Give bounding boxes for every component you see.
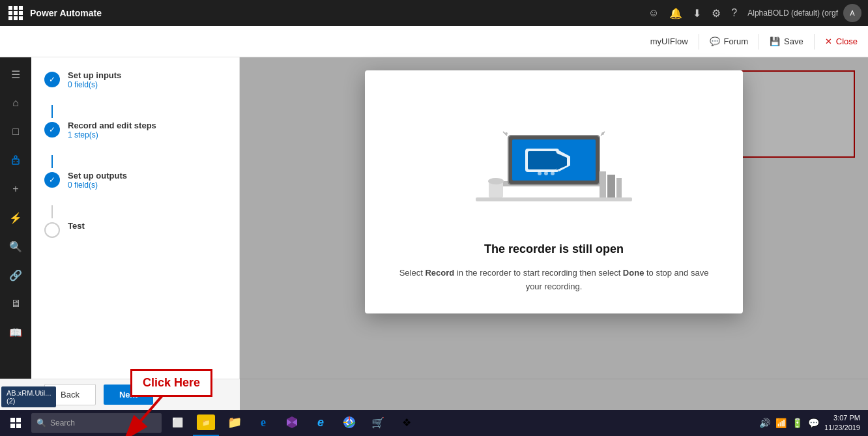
taskbar-clock[interactable]: 3:07 PM 11/23/2019 — [824, 413, 860, 433]
sidebar-add[interactable]: + — [4, 177, 27, 201]
step-connector-1 — [51, 105, 53, 118]
sidebar-robot[interactable] — [4, 149, 27, 172]
modal-desc-part1: Select — [399, 268, 426, 278]
step-item-1[interactable]: ✓ Set up inputs 0 field(s) — [44, 70, 226, 89]
bell-icon[interactable]: 🔔 — [669, 7, 682, 20]
step-connector-2 — [51, 155, 53, 168]
svg-rect-20 — [616, 178, 622, 197]
toolbar-divider-2 — [759, 34, 759, 50]
save-label: Save — [784, 36, 803, 46]
top-bar: Power Automate ☺ 🔔 ⬇ ⚙ ? AlphaBOLD (defa… — [0, 0, 868, 26]
step-circle-4 — [44, 222, 60, 238]
step-circle-1: ✓ — [44, 72, 60, 87]
step-title-4: Test — [68, 221, 226, 231]
modal-done-bold: Done — [623, 268, 644, 278]
svg-rect-27 — [16, 418, 21, 422]
close-icon: ✕ — [825, 36, 832, 46]
sidebar-connections[interactable]: 🔗 — [4, 263, 27, 287]
taskbar-notification-icon[interactable]: 💬 — [808, 418, 819, 428]
modal-illustration — [456, 96, 652, 227]
taskbar-file-explorer[interactable]: 📁 — [222, 410, 248, 436]
taskbar-ie[interactable]: e — [308, 410, 334, 436]
svg-rect-28 — [10, 424, 15, 428]
step-title-3: Set up outputs — [68, 171, 226, 181]
step-item-4[interactable]: Test — [44, 221, 226, 238]
svg-point-22 — [488, 178, 504, 184]
close-label: Close — [836, 36, 858, 46]
settings-icon[interactable]: ⚙ — [712, 7, 721, 20]
svg-rect-11 — [528, 151, 557, 169]
taskbar-date-display: 11/23/2019 — [824, 423, 860, 433]
sidebar-monitor[interactable]: 🖥 — [4, 292, 27, 315]
svg-point-4 — [17, 161, 18, 162]
sidebar-book[interactable]: 📖 — [4, 321, 27, 344]
forum-button[interactable]: 💬 Forum — [710, 36, 749, 46]
taskbar-chrome[interactable] — [336, 410, 362, 436]
sidebar-hamburger[interactable]: ☰ — [4, 63, 27, 86]
waffle-icon[interactable] — [7, 4, 25, 22]
step-circle-2: ✓ — [44, 122, 60, 138]
right-content: ...p to the first...ess. ...pp, so map..… — [240, 57, 868, 410]
step-content-4: Test — [68, 221, 226, 231]
svg-rect-19 — [607, 175, 615, 197]
taskbar-ab-xrm[interactable]: 📁 — [193, 410, 219, 436]
step-check-2: ✓ — [49, 125, 55, 134]
step-item-3[interactable]: ✓ Set up outputs 0 field(s) — [44, 171, 226, 190]
modal-record-bold: Record — [425, 268, 454, 278]
modal-body: The recorder is still open Select Record… — [365, 70, 743, 313]
main-area: ☰ ⌂ □ + ⚡ 🔍 🔗 🖥 📖 ✓ Set up inputs — [0, 57, 868, 410]
sidebar-search[interactable]: 🔍 — [4, 235, 27, 258]
svg-point-1 — [14, 156, 17, 158]
svg-point-15 — [551, 171, 555, 175]
svg-point-3 — [14, 161, 15, 162]
sidebar: ☰ ⌂ □ + ⚡ 🔍 🔗 🖥 📖 — [0, 57, 31, 410]
recorder-modal: The recorder is still open Select Record… — [365, 70, 743, 313]
forum-icon: 💬 — [710, 36, 720, 46]
user-avatar[interactable]: A — [843, 4, 861, 22]
modal-overlay: The recorder is still open Select Record… — [240, 57, 868, 410]
tooltip-text: AB.xRM.Util... (2) — [7, 389, 51, 405]
step-check-1: ✓ — [49, 75, 55, 84]
taskbar-right-section: 🔊 📶 🔋 💬 3:07 PM 11/23/2019 — [759, 413, 865, 433]
taskbar-store[interactable]: 🛒 — [365, 410, 391, 436]
flow-name-link[interactable]: myUIFlow — [650, 36, 688, 46]
start-button[interactable] — [3, 410, 29, 436]
step-title-2: Record and edit steps — [68, 121, 226, 130]
toolbar-divider-3 — [814, 34, 815, 50]
svg-point-13 — [538, 171, 542, 175]
taskbar-battery-icon[interactable]: 🔋 — [792, 418, 803, 428]
sidebar-clipboard[interactable]: □ — [4, 120, 27, 143]
app-title: Power Automate — [30, 8, 648, 18]
top-bar-right: ☺ 🔔 ⬇ ⚙ ? AlphaBOLD (default) (orgf A — [648, 4, 861, 22]
taskbar-network-icon[interactable]: 🔊 — [759, 418, 770, 428]
taskbar-tooltip: AB.xRM.Util... (2) — [1, 386, 56, 407]
taskbar-volume-icon[interactable]: 📶 — [775, 418, 787, 428]
help-icon[interactable]: ? — [731, 7, 737, 19]
search-icon: 🔍 — [36, 418, 46, 428]
forum-label: Forum — [724, 36, 749, 46]
svg-rect-29 — [16, 424, 21, 428]
step-circle-3: ✓ — [44, 172, 60, 188]
step-sub-2: 1 step(s) — [68, 130, 226, 139]
taskbar-visual-studio[interactable] — [279, 410, 305, 436]
svg-point-24 — [601, 132, 604, 135]
sidebar-activity[interactable]: ⚡ — [4, 206, 27, 229]
modal-description: Select Record in the recorder to start r… — [391, 267, 717, 294]
close-button[interactable]: ✕ Close — [825, 36, 858, 46]
step-content-3: Set up outputs 0 field(s) — [68, 171, 226, 190]
save-button[interactable]: 💾 Save — [770, 36, 803, 46]
flow-name-text: myUIFlow — [650, 36, 688, 46]
click-annotation: Click Here — [130, 369, 212, 397]
step-panel: ✓ Set up inputs 0 field(s) ✓ Record and … — [31, 57, 240, 410]
sidebar-home[interactable]: ⌂ — [4, 91, 27, 115]
download-icon[interactable]: ⬇ — [693, 7, 701, 20]
user-name: AlphaBOLD (default) (orgf — [747, 8, 838, 18]
taskbar-unknown-app[interactable]: ❖ — [394, 410, 420, 436]
step-item-2[interactable]: ✓ Record and edit steps 1 step(s) — [44, 121, 226, 139]
step-sub-3: 0 field(s) — [68, 181, 226, 190]
taskbar-edge-legacy[interactable]: e — [250, 410, 276, 436]
save-icon: 💾 — [770, 36, 780, 46]
user-section[interactable]: AlphaBOLD (default) (orgf A — [747, 4, 861, 22]
emoji-icon[interactable]: ☺ — [648, 7, 659, 19]
modal-title: The recorder is still open — [391, 242, 717, 256]
